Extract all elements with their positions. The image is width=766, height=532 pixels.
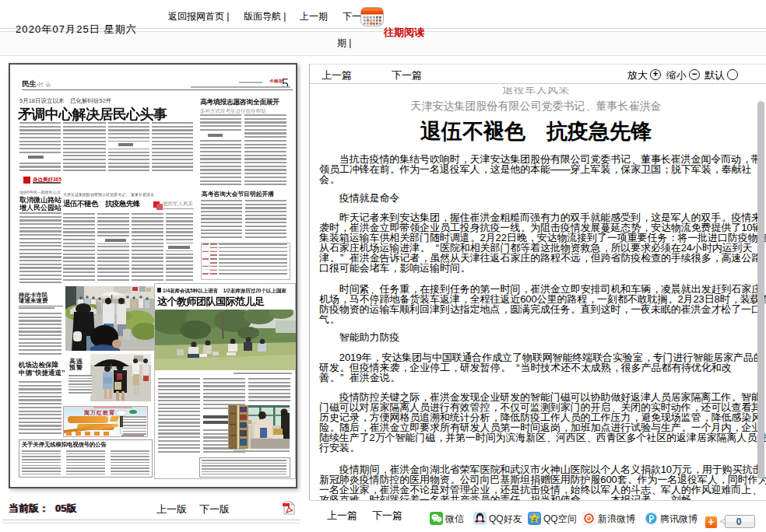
svg-text:0: 0 [736,516,742,527]
